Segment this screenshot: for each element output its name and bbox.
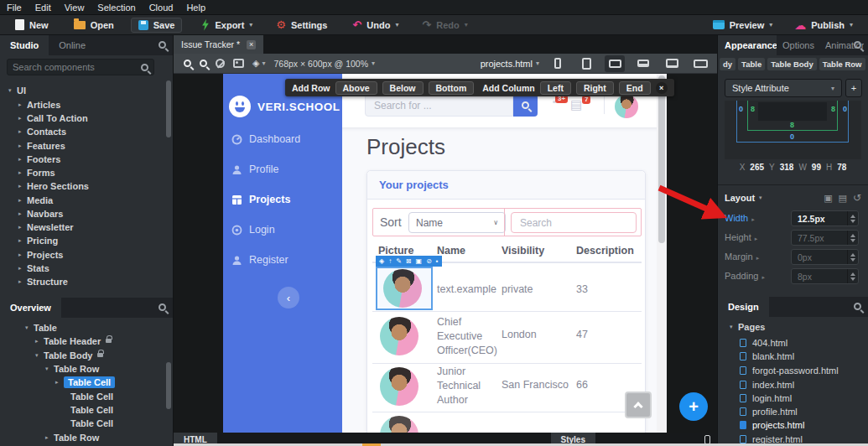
tree-node-forms[interactable]: ▸Forms xyxy=(18,166,55,179)
padding-right-value[interactable]: 8 xyxy=(831,105,835,113)
tree-node-projects[interactable]: ▸Projects xyxy=(18,248,63,261)
scroll-top-button[interactable] xyxy=(625,392,652,418)
add-column-end-button[interactable]: End xyxy=(619,81,651,95)
page-scrollbar-track[interactable] xyxy=(657,74,667,433)
components-scrollbar[interactable] xyxy=(166,80,171,137)
tree-node-articles[interactable]: ▸Articles xyxy=(18,98,60,111)
components-search-icon[interactable] xyxy=(159,41,166,49)
sidebar-collapse-button[interactable]: ‹ xyxy=(278,287,299,309)
page-file-index[interactable]: index.html xyxy=(740,380,794,390)
undo-button[interactable]: ↶ Undo ▾ xyxy=(346,18,405,32)
settings-button[interactable]: ⚙ Settings xyxy=(269,18,334,32)
menu-file[interactable]: File xyxy=(7,3,22,13)
width-stepper[interactable] xyxy=(847,211,858,226)
device-laptop-button[interactable] xyxy=(633,55,653,72)
page-file-login[interactable]: login.html xyxy=(740,393,792,403)
margin-label[interactable]: Margin▸ xyxy=(725,252,759,262)
add-style-attribute-button[interactable]: + xyxy=(845,79,862,97)
tree-node-stats[interactable]: ▸Stats xyxy=(18,262,49,274)
pages-node[interactable]: ▾ Pages xyxy=(730,322,765,332)
nav-projects[interactable]: Projects xyxy=(231,194,290,205)
overview-node-table-cell[interactable]: Table Cell xyxy=(70,390,113,402)
device-tablet-button[interactable] xyxy=(576,55,596,72)
copy-styles-icon[interactable]: ▣ xyxy=(824,194,832,203)
width-label[interactable]: Width▸ xyxy=(725,213,755,223)
nav-register[interactable]: Register xyxy=(231,254,288,266)
add-column-left-button[interactable]: Left xyxy=(540,81,571,95)
height-label[interactable]: Height▸ xyxy=(725,232,757,242)
tree-node-ui[interactable]: ▾ UI xyxy=(8,84,26,96)
menu-view[interactable]: View xyxy=(65,3,85,13)
save-button[interactable]: Save xyxy=(131,18,183,33)
width-input[interactable]: 12.5px xyxy=(791,210,859,226)
overview-node-table[interactable]: ▾ Table xyxy=(25,321,57,334)
tree-node-call-to-action[interactable]: ▸Call To Action xyxy=(18,112,88,124)
style-attribute-select[interactable]: Style Attribute ▾ xyxy=(725,79,842,97)
page-file-blank[interactable]: blank.html xyxy=(740,351,794,361)
expand-icon[interactable]: ⊠ xyxy=(406,258,412,265)
margin-input[interactable]: 0px xyxy=(791,249,859,265)
menu-selection[interactable]: Selection xyxy=(97,3,135,13)
components-search-input[interactable] xyxy=(13,62,141,72)
selected-table-cell[interactable] xyxy=(376,267,433,310)
padding-bottom-value[interactable]: 8 xyxy=(790,121,794,129)
device-phone-button[interactable] xyxy=(548,55,568,72)
page-file-forgot-password[interactable]: forgot-password.html xyxy=(740,366,839,376)
add-row-above-button[interactable]: Above xyxy=(335,81,377,95)
tree-node-pricing[interactable]: ▸Pricing xyxy=(18,234,58,246)
layers-dropdown[interactable]: ◈ ▾ xyxy=(252,59,265,68)
tab-overview[interactable]: Overview xyxy=(0,298,61,318)
hide-icon[interactable]: ⊘ xyxy=(426,258,432,265)
menu-edit[interactable]: Edit xyxy=(35,3,51,13)
new-button[interactable]: New xyxy=(8,18,55,32)
inspector-search-icon[interactable] xyxy=(854,41,861,49)
nav-dashboard[interactable]: Dashboard xyxy=(231,133,300,145)
padding-label[interactable]: Padding▸ xyxy=(725,271,765,281)
breadcrumb-chip[interactable]: Table xyxy=(738,58,765,70)
zoom-in-icon[interactable] xyxy=(184,60,191,67)
tab-issue-tracker[interactable]: Issue Tracker * × xyxy=(174,35,263,54)
sort-select[interactable]: Name ∨ xyxy=(408,212,506,233)
edit-icon[interactable]: ✎ xyxy=(396,258,402,265)
tree-node-footers[interactable]: ▸Footers xyxy=(18,153,60,165)
move-icon[interactable]: ◈ xyxy=(379,258,384,265)
overview-search-icon[interactable] xyxy=(159,303,166,311)
margin-left-value[interactable]: 0 xyxy=(739,105,743,113)
publish-button[interactable]: ☁ Publish ▾ xyxy=(787,18,860,33)
zoom-out-icon[interactable] xyxy=(200,60,207,67)
layout-section-header[interactable]: Layout ▾ ▣ ▤ ↺ xyxy=(725,191,861,205)
open-button[interactable]: Open xyxy=(67,18,121,32)
overview-node-table-row-2[interactable]: ▸ Table Row xyxy=(45,431,99,443)
delete-icon[interactable]: ▪ xyxy=(436,258,439,265)
menu-cloud[interactable]: Cloud xyxy=(149,3,174,13)
nav-login[interactable]: Login xyxy=(231,224,275,236)
page-search-input[interactable] xyxy=(365,94,513,117)
overview-node-table-row[interactable]: ▾ Table Row xyxy=(45,362,99,375)
image-placeholder-icon[interactable] xyxy=(233,59,244,68)
page-file-projects-active[interactable]: projects.html xyxy=(740,420,804,430)
page-select[interactable]: projects.html ▾ xyxy=(481,59,539,69)
margin-right-value[interactable]: 0 xyxy=(843,105,847,113)
disable-styles-icon[interactable] xyxy=(216,59,225,68)
add-column-right-button[interactable]: Right xyxy=(576,81,614,95)
overview-node-table-cell[interactable]: Table Cell xyxy=(70,417,113,429)
paste-styles-icon[interactable]: ▤ xyxy=(839,194,847,203)
padding-stepper[interactable] xyxy=(847,269,858,283)
overview-scrollbar[interactable] xyxy=(166,362,171,409)
duplicate-icon[interactable]: ▣ xyxy=(416,258,423,265)
tree-node-media[interactable]: ▸Media xyxy=(18,194,53,206)
page-scrollbar-thumb[interactable] xyxy=(658,75,665,243)
add-row-bottom-button[interactable]: Bottom xyxy=(429,81,475,95)
tree-node-features[interactable]: ▸Features xyxy=(18,139,65,152)
overview-node-table-cell-selected[interactable]: ▸ Table Cell xyxy=(55,376,115,388)
export-button[interactable]: Export ▾ xyxy=(194,18,259,33)
tab-options[interactable]: Options xyxy=(777,35,820,55)
tab-design[interactable]: Design xyxy=(718,297,769,317)
height-stepper[interactable] xyxy=(847,231,858,245)
add-row-below-button[interactable]: Below xyxy=(382,81,424,95)
nav-profile[interactable]: Profile xyxy=(231,163,278,175)
responsive-tools-icon[interactable] xyxy=(704,435,710,444)
breadcrumb-chip[interactable]: dy xyxy=(720,58,735,70)
table-search-input[interactable] xyxy=(511,212,637,233)
user-avatar[interactable] xyxy=(615,95,638,118)
